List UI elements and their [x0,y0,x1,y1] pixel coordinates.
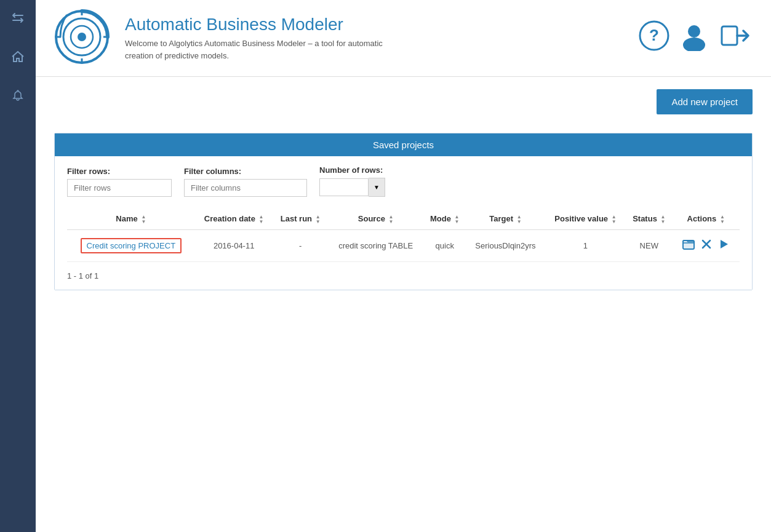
app-title: Automatic Business Modeler [125,15,639,34]
table-header: Name ▲▼ Creation date ▲▼ Last run ▲▼ [67,209,740,229]
home-icon[interactable] [0,45,36,71]
number-of-rows-input[interactable]: 1 [319,178,369,196]
sort-arrows-name[interactable]: ▲▼ [141,215,146,224]
svg-rect-12 [722,26,737,45]
top-action-bar: Add new project [54,89,753,127]
col-target: Target ▲▼ [466,209,545,229]
table-row: Credit scoring PROJECT 2016-04-11 - cred… [67,229,740,261]
bell-icon[interactable] [0,84,36,110]
pagination-info: 1 - 1 of 1 [67,271,740,280]
row-mode-cell: quick [424,229,466,261]
col-last-run: Last run ▲▼ [273,209,328,229]
header-text: Automatic Business Modeler Welcome to Al… [125,15,639,62]
filter-row: Filter rows: Filter columns: Number of r… [67,165,740,197]
saved-projects-panel: Saved projects Filter rows: Filter colum… [54,133,753,290]
sidebar [0,0,36,532]
row-source-cell: credit scoring TABLE [328,229,424,261]
sort-arrows-status[interactable]: ▲▼ [660,215,665,224]
row-name-cell: Credit scoring PROJECT [67,229,195,261]
logo [54,9,110,67]
row-actions-cell [672,229,740,261]
sort-arrows-target[interactable]: ▲▼ [517,215,522,224]
sort-arrows-date[interactable]: ▲▼ [259,215,264,224]
delete-project-button[interactable] [699,237,714,254]
logo-icon [54,9,110,65]
sort-arrows-mode[interactable]: ▲▼ [455,215,460,224]
arrows-icon[interactable] [0,6,36,33]
col-source: Source ▲▼ [328,209,424,229]
svg-point-3 [78,33,86,41]
filter-rows-group: Filter rows: [67,167,172,197]
header-actions: ? [639,20,753,57]
projects-table: Name ▲▼ Creation date ▲▼ Last run ▲▼ [67,209,740,262]
number-of-rows-group: Number of rows: 1 ▼ [319,165,385,197]
run-project-button[interactable] [716,237,731,254]
sort-arrows-source[interactable]: ▲▼ [389,215,394,224]
saved-projects-body: Filter rows: Filter columns: Number of r… [55,156,752,290]
action-icons [675,236,737,255]
sort-arrows-actions[interactable]: ▲▼ [720,215,725,224]
filter-columns-label: Filter columns: [184,167,307,176]
number-dropdown-button[interactable]: ▼ [369,178,385,197]
svg-text:?: ? [649,26,659,44]
filter-rows-input[interactable] [67,179,172,197]
filter-columns-input[interactable] [184,179,307,197]
row-last-run-cell: - [273,229,328,261]
sort-arrows-lastrun[interactable]: ▲▼ [316,215,321,224]
help-icon[interactable]: ? [639,20,669,57]
app-subtitle: Welcome to Algolytics Automatic Business… [125,38,639,62]
filter-columns-group: Filter columns: [184,167,307,197]
table-body: Credit scoring PROJECT 2016-04-11 - cred… [67,229,740,261]
table-header-row: Name ▲▼ Creation date ▲▼ Last run ▲▼ [67,209,740,229]
svg-point-10 [688,25,700,38]
col-positive-value: Positive value ▲▼ [545,209,626,229]
col-mode: Mode ▲▼ [424,209,466,229]
number-input-container: 1 ▼ [319,178,385,197]
user-icon[interactable] [679,20,709,57]
add-project-button[interactable]: Add new project [657,89,753,114]
col-creation-date: Creation date ▲▼ [195,209,273,229]
content-area: Add new project Saved projects Filter ro… [36,77,771,532]
saved-projects-header: Saved projects [55,133,752,156]
number-of-rows-label: Number of rows: [319,165,385,175]
col-actions: Actions ▲▼ [672,209,740,229]
col-name: Name ▲▼ [67,209,195,229]
row-creation-date-cell: 2016-04-11 [195,229,273,261]
filter-rows-label: Filter rows: [67,167,172,176]
sort-arrows-positive[interactable]: ▲▼ [612,215,617,224]
open-project-button[interactable] [681,236,697,255]
header: Automatic Business Modeler Welcome to Al… [36,0,771,77]
main-content: Automatic Business Modeler Welcome to Al… [36,0,771,532]
row-target-cell: SeriousDlqin2yrs [466,229,545,261]
row-status-cell: NEW [626,229,672,261]
row-positive-value-cell: 1 [545,229,626,261]
project-name-link[interactable]: Credit scoring PROJECT [81,238,182,253]
svg-marker-16 [721,240,728,248]
logout-icon[interactable] [719,20,753,57]
col-status: Status ▲▼ [626,209,672,229]
svg-point-11 [683,38,705,51]
